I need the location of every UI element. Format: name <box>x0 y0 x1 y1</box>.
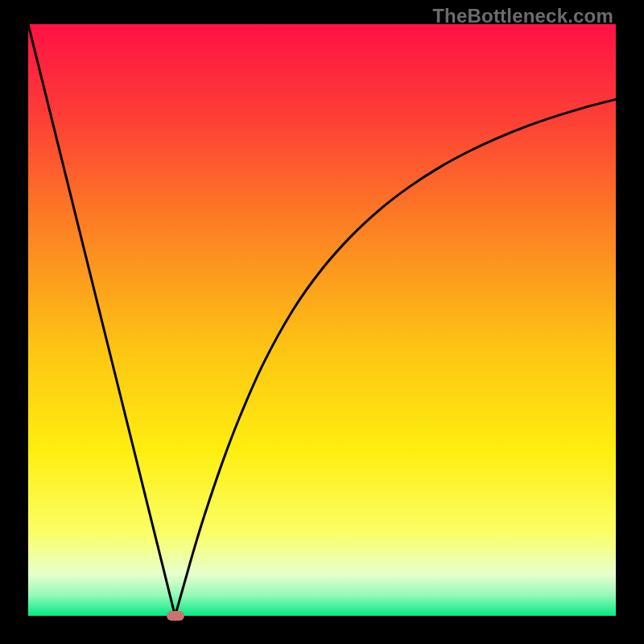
chart-background <box>28 24 616 616</box>
watermark-label: TheBottleneck.com <box>432 5 613 27</box>
optimum-marker <box>167 611 184 621</box>
chart-frame: TheBottleneck.com <box>0 0 644 644</box>
chart-canvas <box>28 24 616 616</box>
plot-area <box>28 24 616 616</box>
